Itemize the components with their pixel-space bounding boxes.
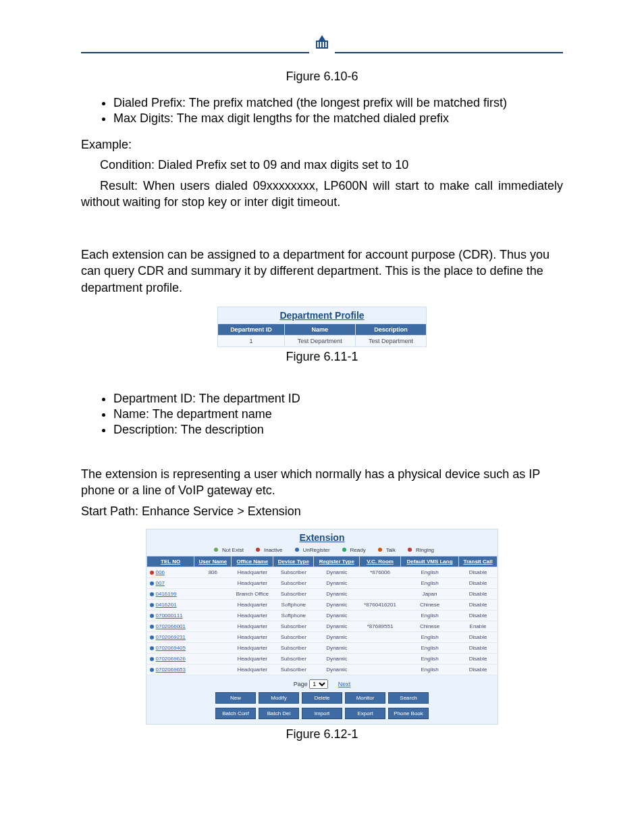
batch-conf-button[interactable]: Batch Conf xyxy=(215,708,256,719)
cell xyxy=(194,632,232,643)
status-dot-icon xyxy=(214,548,218,552)
tel-link[interactable]: 006 xyxy=(156,569,165,575)
new-button[interactable]: New xyxy=(215,692,256,704)
cell: Disable xyxy=(459,578,498,589)
cell: Headquarter xyxy=(232,654,273,664)
tel-link[interactable]: 007 xyxy=(156,580,165,586)
col-header[interactable]: User Name xyxy=(194,556,232,567)
tel-link[interactable]: 0416201 xyxy=(156,602,177,608)
tel-cell: 0702066001 xyxy=(147,621,194,632)
cell: Chinese xyxy=(400,600,458,610)
col-header[interactable]: V.C. Room xyxy=(360,556,401,567)
tel-link[interactable]: 070000111 xyxy=(156,613,183,619)
page-header-rule xyxy=(81,34,563,53)
table-row: 006806HeadquarterSubscriberDynamic*87600… xyxy=(147,567,498,578)
cell: English xyxy=(400,654,458,664)
tel-link[interactable]: 0702069405 xyxy=(156,645,186,651)
monitor-button[interactable]: Monitor xyxy=(345,692,385,704)
phone-book-button[interactable]: Phone Book xyxy=(388,708,429,719)
list-item: Department ID: The department ID xyxy=(113,392,563,406)
tel-link[interactable]: 0702069653 xyxy=(156,667,186,673)
cell xyxy=(360,632,401,643)
status-dot-icon xyxy=(408,548,412,552)
extension-widget: Extension Not ExistInactiveUnRegisterRea… xyxy=(146,529,498,725)
figure-caption-3: Figure 6.12-1 xyxy=(81,727,563,741)
col-header[interactable]: Department ID xyxy=(218,324,285,336)
cell: *8760416201 xyxy=(360,600,401,610)
cell: Headquarter xyxy=(232,567,273,578)
cell: Dynamic xyxy=(314,567,360,578)
cell xyxy=(360,664,401,675)
department-profile-widget: Department Profile Department ID Name De… xyxy=(217,307,427,347)
col-header[interactable]: Default VMS Lang xyxy=(400,556,458,567)
cell xyxy=(194,610,232,621)
pager: Page 1 Next xyxy=(146,675,498,690)
cell: English xyxy=(400,643,458,654)
pager-label: Page xyxy=(294,681,308,687)
cell: Headquarter xyxy=(232,578,273,589)
cell: Chinese xyxy=(400,621,458,632)
dept-title: Department Profile xyxy=(217,307,427,323)
col-header[interactable]: Transit Call xyxy=(459,556,498,567)
col-header[interactable]: TEL NO xyxy=(147,556,194,567)
cell: Headquarter xyxy=(232,664,273,675)
status-dot-icon xyxy=(150,668,154,672)
batch-del-button[interactable]: Batch Del xyxy=(259,708,299,719)
status-dot-icon xyxy=(150,646,154,650)
col-header[interactable]: Register Type xyxy=(314,556,360,567)
legend-item: Not Exist xyxy=(210,547,244,553)
status-dot-icon xyxy=(150,625,154,629)
cell: Disable xyxy=(459,632,498,643)
col-header[interactable]: Device Type xyxy=(273,556,314,567)
cell: Dynamic xyxy=(314,654,360,664)
cell: *87689551 xyxy=(360,621,401,632)
col-header[interactable]: Office Name xyxy=(232,556,273,567)
cell: Headquarter xyxy=(232,643,273,654)
tel-cell: 0416201 xyxy=(147,600,194,610)
status-dot-icon xyxy=(295,548,299,552)
list-item: Name: The department name xyxy=(113,407,563,421)
search-button[interactable]: Search xyxy=(388,692,429,704)
pager-select[interactable]: 1 xyxy=(309,679,328,689)
dept-paragraph: Each extension can be assigned to a depa… xyxy=(81,246,563,296)
export-button[interactable]: Export xyxy=(345,708,385,719)
cell: Dynamic xyxy=(314,632,360,643)
cell: Subscriber xyxy=(273,654,314,664)
import-button[interactable]: Import xyxy=(302,708,342,719)
tel-link[interactable]: 0702066001 xyxy=(156,623,186,629)
cell: Dynamic xyxy=(314,664,360,675)
list-item: Dialed Prefix: The prefix matched (the l… xyxy=(113,96,563,110)
legend-item: UnRegister xyxy=(291,547,330,553)
modify-button[interactable]: Modify xyxy=(259,692,299,704)
table-row: 0416199Branch OfficeSubscriberDynamicJap… xyxy=(147,589,498,600)
status-dot-icon xyxy=(150,571,154,575)
cell xyxy=(194,654,232,664)
col-header[interactable]: Description xyxy=(355,324,426,336)
cell: English xyxy=(400,664,458,675)
cell xyxy=(360,578,401,589)
cell: Japan xyxy=(400,589,458,600)
delete-button[interactable]: Delete xyxy=(302,692,342,704)
tel-cell: 007 xyxy=(147,578,194,589)
tel-link[interactable]: 0416199 xyxy=(156,591,177,597)
cell: Test Department xyxy=(355,336,426,347)
list-item: Max Digits: The max digit lengths for th… xyxy=(113,111,563,126)
table-row: 0702069231HeadquarterSubscriberDynamicEn… xyxy=(147,632,498,643)
status-dot-icon xyxy=(378,548,382,552)
pager-next-link[interactable]: Next xyxy=(338,681,351,687)
cell: Subscriber xyxy=(273,632,314,643)
tel-link[interactable]: 0702069231 xyxy=(156,634,186,640)
tel-cell: 0702069405 xyxy=(147,643,194,654)
cell: Headquarter xyxy=(232,610,273,621)
cell: Subscriber xyxy=(273,578,314,589)
tel-cell: 0702069653 xyxy=(147,664,194,675)
cell: Subscriber xyxy=(273,664,314,675)
col-header[interactable]: Name xyxy=(284,324,355,336)
cell: Softphone xyxy=(273,610,314,621)
cell xyxy=(194,578,232,589)
example-label: Example: xyxy=(81,136,563,153)
cell xyxy=(194,600,232,610)
tel-link[interactable]: 0702069626 xyxy=(156,656,186,662)
figure-caption-2: Figure 6.11-1 xyxy=(81,350,563,364)
cell: 806 xyxy=(194,567,232,578)
